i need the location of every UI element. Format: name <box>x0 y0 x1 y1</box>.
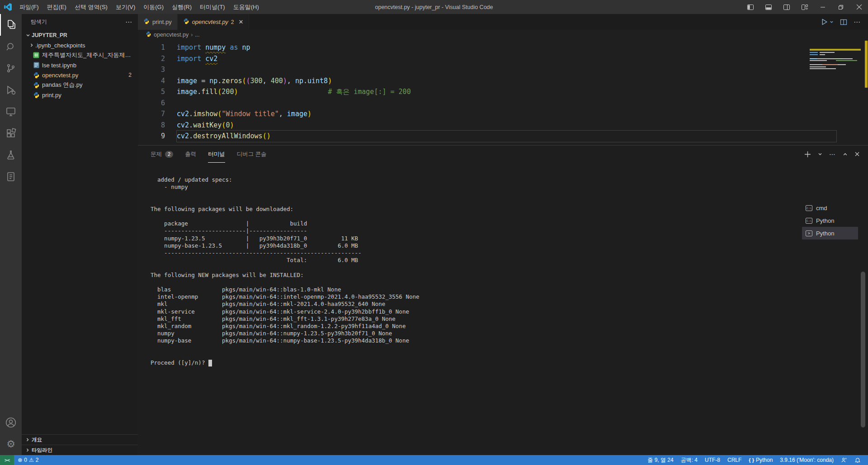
run-debug-icon[interactable] <box>0 79 22 101</box>
menu-terminal[interactable]: 터미널(T) <box>196 0 229 14</box>
remote-explorer-icon[interactable] <box>0 101 22 122</box>
panel-more-actions-icon[interactable]: ⋯ <box>829 150 836 158</box>
minimap[interactable] <box>810 49 861 103</box>
notifications-bell-icon[interactable] <box>851 455 864 465</box>
language-mode-status[interactable]: { }Python <box>745 455 776 465</box>
tree-item-pandas-py[interactable]: pandas 연습.py <box>22 80 138 90</box>
panel-tab-problems[interactable]: 문제 2 <box>151 146 173 163</box>
terminal-scrollbar[interactable] <box>861 272 865 427</box>
line-number: 9 <box>138 131 165 142</box>
source-control-icon[interactable] <box>0 57 22 79</box>
python-interpreter-status[interactable]: 3.9.16 ('Moon': conda) <box>776 455 837 465</box>
menu-help[interactable]: 도움말(H) <box>229 0 263 14</box>
code-line-1[interactable]: 1import numpy as np <box>138 42 868 53</box>
menu-run[interactable]: 실행(R) <box>168 0 196 14</box>
tab-problems-badge: 2 <box>231 19 234 25</box>
menu-go[interactable]: 이동(G) <box>139 0 168 14</box>
customize-layout-icon[interactable] <box>796 0 814 14</box>
line-number: 3 <box>138 64 165 75</box>
indentation-status[interactable]: 공백: 4 <box>677 455 701 465</box>
maximize-panel-icon[interactable] <box>843 152 848 157</box>
code-line-5[interactable]: 5image.fill(200) # 혹은 image[:] = 200 <box>138 86 868 98</box>
explorer-more-actions-icon[interactable]: ⋯ <box>125 18 132 26</box>
notebook-icon[interactable] <box>0 166 22 188</box>
close-window-button[interactable] <box>850 0 868 14</box>
encoding-status[interactable]: UTF-8 <box>701 455 724 465</box>
jupyter-notebook-file-icon <box>33 62 40 68</box>
terminal-output[interactable]: added / updated specs: - numpy The follo… <box>138 163 868 366</box>
settings-gear-icon[interactable]: ⚙ <box>0 433 22 455</box>
code-line-9[interactable]: 9cv2.destroyAllWindows() <box>138 131 868 142</box>
breadcrumb[interactable]: opencvtest.py › ... <box>138 30 868 40</box>
menu-view[interactable]: 보기(V) <box>112 0 139 14</box>
tree-item-opencvtest-py[interactable]: opencvtest.py 2 <box>22 70 138 80</box>
extensions-icon[interactable] <box>0 122 22 144</box>
code-line-4[interactable]: 4image = np.zeros((300, 400), np.uint8) <box>138 75 868 87</box>
terminal-instance-python-1[interactable]: C:\ Python <box>802 214 858 227</box>
timeline-section[interactable]: 타임라인 <box>22 445 138 455</box>
breadcrumb-file[interactable]: opencvtest.py <box>154 32 189 38</box>
python-terminal-icon: > <box>806 230 812 236</box>
code-line-8[interactable]: 8cv2.waitKey(0) <box>138 120 868 131</box>
vscode-logo-icon <box>0 3 15 11</box>
terminal-instance-cmd[interactable]: C:\ cmd <box>802 202 858 214</box>
tab-close-icon[interactable]: ✕ <box>239 19 244 25</box>
problems-badge: 2 <box>165 151 173 158</box>
menu-file[interactable]: 파일(F) <box>15 0 43 14</box>
tree-item-excel-file[interactable]: 제주특별자치도_제주시_자동제세동... <box>22 50 138 60</box>
tree-item-print-py[interactable]: print.py <box>22 90 138 100</box>
explorer-icon[interactable] <box>0 14 22 36</box>
explorer-header: 탐색기 ⋯ <box>22 14 138 30</box>
tree-item-lse-test-ipynb[interactable]: lse test.ipynb <box>22 60 138 70</box>
tab-opencvtest-py[interactable]: opencvtest.py 2 ✕ <box>178 14 250 30</box>
toggle-secondary-sidebar-icon[interactable] <box>778 0 796 14</box>
testing-icon[interactable] <box>0 144 22 166</box>
account-icon[interactable] <box>0 412 22 433</box>
cursor-position-status[interactable]: 줄 9, 열 24 <box>644 455 677 465</box>
panel-tab-debug-console[interactable]: 디버그 콘솔 <box>237 146 267 163</box>
tab-print-py[interactable]: print.py <box>138 14 178 30</box>
code-line-6[interactable]: 6 <box>138 98 868 109</box>
restore-button[interactable] <box>832 0 850 14</box>
toggle-panel-icon[interactable] <box>760 0 778 14</box>
panel-tab-terminal[interactable]: 터미널 <box>208 146 225 163</box>
eol-status[interactable]: CRLF <box>724 455 745 465</box>
line-number: 1 <box>138 42 165 53</box>
tree-root-jupyter-pr[interactable]: JUPYTER_PR <box>22 30 138 40</box>
terminal-instance-label: cmd <box>816 205 827 211</box>
line-number: 2 <box>138 53 165 65</box>
breadcrumb-symbol[interactable]: ... <box>195 32 199 38</box>
code-line-2[interactable]: 2import cv2 <box>138 53 868 65</box>
problems-status[interactable]: ⊗ 0 ⚠ 2 <box>14 455 42 465</box>
braces-icon: { } <box>749 457 754 463</box>
python-file-icon <box>183 18 189 26</box>
run-python-file-button[interactable] <box>821 18 834 26</box>
tree-item-ipynb-checkpoints[interactable]: .ipynb_checkpoints <box>22 40 138 50</box>
overview-ruler[interactable] <box>865 40 868 145</box>
split-editor-icon[interactable] <box>840 19 847 26</box>
chevron-down-icon <box>24 33 32 38</box>
terminal-instance-python-2[interactable]: > Python <box>802 227 858 240</box>
more-actions-icon[interactable]: ⋯ <box>854 18 861 26</box>
file-tree: JUPYTER_PR .ipynb_checkpoints 제주특별자치도_제주… <box>22 30 138 100</box>
code-line-7[interactable]: 7cv2.imshow("Window title", image) <box>138 108 868 120</box>
outline-section[interactable]: 개요 <box>22 434 138 445</box>
remote-indicator[interactable]: >< <box>0 455 14 465</box>
menu-edit[interactable]: 편집(E) <box>43 0 71 14</box>
code-line-3[interactable]: 3 <box>138 64 868 75</box>
toggle-sidebar-icon[interactable] <box>741 0 760 14</box>
code-editor-area: 1import numpy as np2import cv234image = … <box>138 40 868 145</box>
menu-selection[interactable]: 선택 영역(S) <box>71 0 112 14</box>
problems-count-badge: 2 <box>128 72 132 78</box>
feedback-icon[interactable] <box>837 455 851 465</box>
close-panel-icon[interactable] <box>854 151 860 157</box>
editor-group: print.py opencvtest.py 2 ✕ ⋯ opencvtest.… <box>138 14 868 455</box>
minimize-button[interactable] <box>814 0 832 14</box>
code-editor[interactable]: 1import numpy as np2import cv234image = … <box>138 42 868 142</box>
panel-tab-output[interactable]: 출력 <box>185 146 196 163</box>
python-file-icon <box>143 18 150 26</box>
terminal-launcher-dropdown-icon[interactable] <box>818 152 822 156</box>
new-terminal-icon[interactable] <box>804 151 811 158</box>
panel-tab-label: 출력 <box>185 146 196 163</box>
search-icon[interactable] <box>0 36 22 57</box>
